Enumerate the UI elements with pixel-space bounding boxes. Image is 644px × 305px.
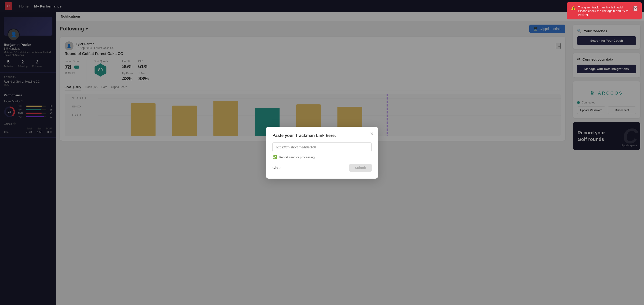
toast-close-button[interactable]: ✕: [634, 6, 638, 11]
status-check-icon: ✅: [272, 155, 277, 160]
toast-message: The given trackman link is invalid. Plea…: [578, 6, 631, 16]
modal-status: ✅ Report sent for processing: [272, 155, 372, 160]
error-toast: ⚠️ The given trackman link is invalid. P…: [567, 2, 642, 20]
modal-submit-button[interactable]: Submit: [350, 164, 372, 172]
modal-close-icon-button[interactable]: ✕: [370, 131, 374, 136]
status-text: Report sent for processing: [279, 156, 314, 159]
modal-actions: Close Submit: [272, 164, 372, 172]
modal-overlay[interactable]: Paste your Trackman Link here. ✕ ✅ Repor…: [0, 0, 644, 305]
modal-title: Paste your Trackman Link here.: [272, 133, 372, 138]
trackman-link-input[interactable]: [272, 142, 372, 152]
modal-close-button[interactable]: Close: [272, 166, 281, 170]
toast-warning-icon: ⚠️: [571, 6, 576, 10]
trackman-modal: Paste your Trackman Link here. ✕ ✅ Repor…: [266, 127, 378, 178]
